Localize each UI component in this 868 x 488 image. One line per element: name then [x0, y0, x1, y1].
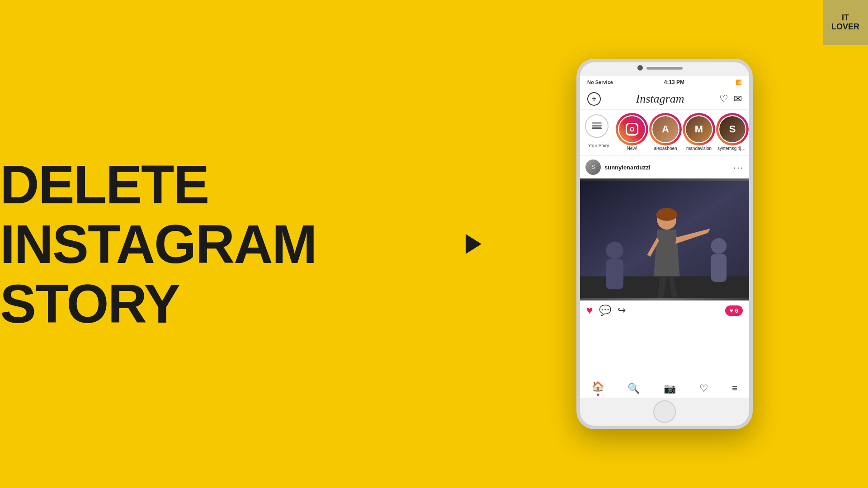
instagram-logo: Instagram — [636, 92, 684, 106]
post-header: S sunnylenarduzzi ··· — [580, 156, 749, 178]
svg-point-5 — [606, 242, 623, 259]
svg-rect-0 — [592, 127, 602, 129]
phone-speaker — [646, 67, 683, 70]
likes-heart-icon: ♥ — [730, 307, 733, 314]
post-user: S sunnylenarduzzi — [585, 160, 651, 175]
left-panel: DELETE INSTAGRAM STORY — [0, 0, 461, 488]
comment-icon: 💬 — [599, 305, 611, 316]
message-icon[interactable]: ✉ — [734, 93, 742, 105]
title-line2: INSTAGRAM STORY — [0, 214, 461, 333]
svg-rect-1 — [592, 125, 602, 127]
status-icons: 📶 — [736, 80, 742, 85]
watermark-line1: IT — [842, 14, 849, 23]
header-right-icons: ♡ ✉ — [719, 93, 742, 105]
phone-camera — [637, 65, 643, 70]
story-your-story[interactable]: Your Story — [584, 114, 613, 151]
search-icon: 🔍 — [627, 383, 640, 394]
post-avatar-initial: S — [591, 164, 595, 170]
likes-badge: ♥ 6 — [725, 305, 743, 316]
svg-rect-2 — [592, 122, 602, 124]
share-button[interactable]: ↪ — [618, 305, 626, 316]
svg-point-7 — [711, 238, 727, 254]
watermark-line2: LOVER — [831, 23, 859, 32]
home-button[interactable] — [653, 400, 676, 423]
main-title: DELETE INSTAGRAM STORY — [0, 155, 461, 333]
story-label-new: New! — [617, 146, 647, 151]
heart-icon[interactable]: ♡ — [719, 93, 728, 105]
activity-icon: ♡ — [699, 383, 708, 394]
story-label-yourstory: Your Story — [584, 143, 613, 148]
phone-top — [580, 62, 749, 76]
story-new[interactable]: New! — [617, 114, 647, 151]
svg-rect-6 — [606, 259, 623, 289]
home-icon: 🏠 — [592, 381, 604, 393]
stack-icon — [585, 114, 609, 138]
story-systemsgirlje[interactable]: S systemsgirlje... — [717, 114, 747, 151]
title-line1: DELETE — [0, 155, 461, 214]
story-label-systems: systemsgirlje... — [717, 146, 747, 151]
story-avatar-systems: S — [719, 116, 745, 142]
story-mandavision[interactable]: M mandavision — [684, 114, 714, 151]
post-username: sunnylenarduzzi — [604, 164, 651, 171]
wifi-icon: 📶 — [736, 80, 742, 85]
bottom-nav: 🏠 🔍 📷 ♡ ≡ — [580, 377, 749, 398]
post-avatar: S — [585, 160, 601, 175]
right-panel: IT LOVER No Service 4:13 PM 📶 + Instagra… — [461, 0, 868, 488]
post-image — [580, 178, 749, 300]
story-avatar-manda: M — [686, 116, 712, 142]
nav-profile-button[interactable]: ≡ — [732, 383, 737, 394]
likes-count: 6 — [735, 307, 738, 314]
nav-activity-button[interactable]: ♡ — [699, 383, 708, 394]
nav-search-button[interactable]: 🔍 — [627, 383, 640, 394]
story-alexashoen[interactable]: A alexashoen — [651, 114, 680, 151]
nav-home-button[interactable]: 🏠 — [592, 381, 604, 396]
time-label: 4:13 PM — [664, 79, 684, 85]
story-avatar-ig — [619, 116, 645, 142]
post-options-button[interactable]: ··· — [733, 162, 744, 173]
share-icon: ↪ — [618, 305, 626, 316]
phone-frame: No Service 4:13 PM 📶 + Instagram ♡ ✉ — [576, 59, 753, 429]
plus-icon: + — [592, 94, 597, 104]
post-actions: ♥ 💬 ↪ ♥ 6 — [580, 300, 749, 320]
instagram-header: + Instagram ♡ ✉ — [580, 89, 749, 110]
profile-icon: ≡ — [732, 383, 737, 394]
like-button[interactable]: ♥ — [586, 304, 593, 317]
status-bar: No Service 4:13 PM 📶 — [580, 76, 749, 89]
story-label-alexa: alexashoen — [651, 146, 680, 151]
comment-button[interactable]: 💬 — [599, 305, 611, 316]
add-post-button[interactable]: + — [587, 92, 601, 106]
nav-camera-button[interactable]: 📷 — [664, 383, 676, 394]
carrier-label: No Service — [587, 80, 613, 85]
post-area: S sunnylenarduzzi ··· — [580, 156, 749, 377]
nav-dot — [597, 394, 599, 396]
svg-rect-8 — [711, 254, 727, 282]
camera-icon: 📷 — [664, 383, 676, 394]
heart-filled-icon: ♥ — [586, 304, 593, 317]
arrow-icon — [466, 234, 481, 254]
story-avatar-alexa: A — [652, 116, 679, 142]
svg-point-12 — [656, 209, 677, 221]
stories-row: Your Story New! — [580, 110, 749, 156]
watermark: IT LOVER — [823, 0, 868, 45]
story-label-manda: mandavision — [684, 146, 714, 151]
post-actions-left: ♥ 💬 ↪ — [586, 304, 626, 317]
